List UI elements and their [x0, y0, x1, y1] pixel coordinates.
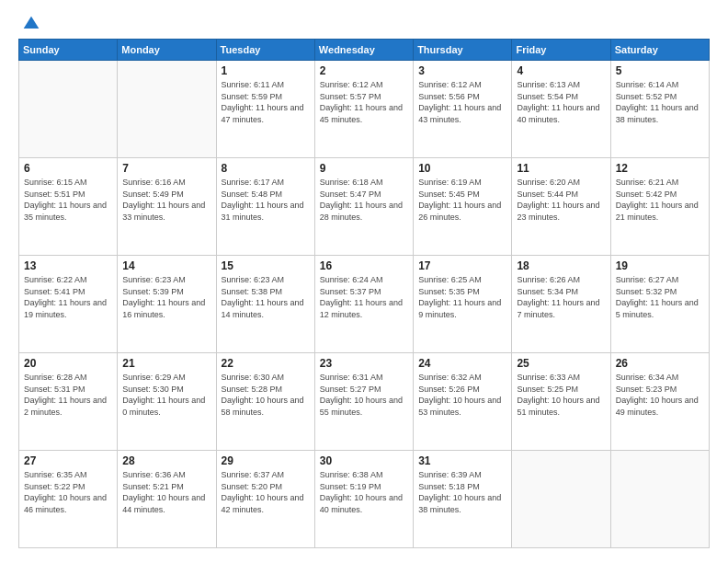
day-number: 31 [418, 454, 506, 467]
day-number: 26 [616, 357, 704, 370]
svg-marker-0 [24, 17, 40, 29]
day-number: 17 [418, 259, 506, 272]
day-number: 30 [320, 454, 408, 467]
day-cell: 22Sunrise: 6:30 AMSunset: 5:28 PMDayligh… [216, 353, 314, 451]
day-number: 19 [616, 259, 704, 272]
cell-info: Sunrise: 6:37 AMSunset: 5:20 PMDaylight:… [222, 469, 310, 515]
cell-info: Sunrise: 6:28 AMSunset: 5:31 PMDaylight:… [24, 372, 112, 418]
day-number: 4 [517, 64, 605, 77]
day-number: 1 [222, 64, 310, 77]
cell-info: Sunrise: 6:29 AMSunset: 5:30 PMDaylight:… [122, 372, 210, 418]
day-cell: 30Sunrise: 6:38 AMSunset: 5:19 PMDayligh… [314, 451, 413, 548]
weekday-header-monday: Monday [118, 40, 216, 61]
day-number: 29 [222, 454, 310, 467]
day-cell: 14Sunrise: 6:23 AMSunset: 5:39 PMDayligh… [118, 256, 216, 353]
day-cell: 3Sunrise: 6:12 AMSunset: 5:56 PMDaylight… [414, 61, 512, 158]
weekday-header-tuesday: Tuesday [216, 40, 314, 61]
page: SundayMondayTuesdayWednesdayThursdayFrid… [0, 0, 728, 563]
day-number: 8 [222, 162, 310, 175]
day-number: 13 [24, 259, 112, 272]
day-cell: 13Sunrise: 6:22 AMSunset: 5:41 PMDayligh… [19, 256, 118, 353]
day-number: 6 [24, 162, 112, 175]
day-cell: 17Sunrise: 6:25 AMSunset: 5:35 PMDayligh… [414, 256, 512, 353]
day-cell [512, 451, 610, 548]
weekday-header-saturday: Saturday [610, 40, 709, 61]
logo-icon [22, 15, 40, 33]
day-number: 14 [122, 259, 210, 272]
day-cell: 26Sunrise: 6:34 AMSunset: 5:23 PMDayligh… [610, 353, 709, 451]
day-cell: 15Sunrise: 6:23 AMSunset: 5:38 PMDayligh… [216, 256, 314, 353]
day-cell: 20Sunrise: 6:28 AMSunset: 5:31 PMDayligh… [19, 353, 118, 451]
day-cell: 28Sunrise: 6:36 AMSunset: 5:21 PMDayligh… [118, 451, 216, 548]
day-number: 10 [418, 162, 506, 175]
day-cell: 10Sunrise: 6:19 AMSunset: 5:45 PMDayligh… [414, 158, 512, 256]
day-cell: 2Sunrise: 6:12 AMSunset: 5:57 PMDaylight… [314, 61, 413, 158]
cell-info: Sunrise: 6:31 AMSunset: 5:27 PMDaylight:… [320, 372, 408, 418]
weekday-header-wednesday: Wednesday [314, 40, 413, 61]
cell-info: Sunrise: 6:33 AMSunset: 5:25 PMDaylight:… [517, 372, 605, 418]
day-number: 27 [24, 454, 112, 467]
weekday-header-row: SundayMondayTuesdayWednesdayThursdayFrid… [19, 40, 710, 61]
day-number: 23 [320, 357, 408, 370]
day-cell: 5Sunrise: 6:14 AMSunset: 5:52 PMDaylight… [610, 61, 709, 158]
day-number: 7 [122, 162, 210, 175]
day-cell: 21Sunrise: 6:29 AMSunset: 5:30 PMDayligh… [118, 353, 216, 451]
day-cell: 7Sunrise: 6:16 AMSunset: 5:49 PMDaylight… [118, 158, 216, 256]
day-cell [19, 61, 118, 158]
cell-info: Sunrise: 6:12 AMSunset: 5:57 PMDaylight:… [320, 79, 408, 125]
day-number: 24 [418, 357, 506, 370]
day-cell: 31Sunrise: 6:39 AMSunset: 5:18 PMDayligh… [414, 451, 512, 548]
weekday-header-sunday: Sunday [19, 40, 118, 61]
day-cell: 25Sunrise: 6:33 AMSunset: 5:25 PMDayligh… [512, 353, 610, 451]
day-number: 25 [517, 357, 605, 370]
cell-info: Sunrise: 6:24 AMSunset: 5:37 PMDaylight:… [320, 274, 408, 320]
day-cell: 6Sunrise: 6:15 AMSunset: 5:51 PMDaylight… [19, 158, 118, 256]
day-cell: 16Sunrise: 6:24 AMSunset: 5:37 PMDayligh… [314, 256, 413, 353]
cell-info: Sunrise: 6:30 AMSunset: 5:28 PMDaylight:… [222, 372, 310, 418]
day-number: 15 [222, 259, 310, 272]
day-cell: 19Sunrise: 6:27 AMSunset: 5:32 PMDayligh… [610, 256, 709, 353]
day-cell: 27Sunrise: 6:35 AMSunset: 5:22 PMDayligh… [19, 451, 118, 548]
logo [18, 15, 40, 29]
cell-info: Sunrise: 6:21 AMSunset: 5:42 PMDaylight:… [616, 177, 704, 223]
day-number: 2 [320, 64, 408, 77]
day-cell: 23Sunrise: 6:31 AMSunset: 5:27 PMDayligh… [314, 353, 413, 451]
day-cell: 1Sunrise: 6:11 AMSunset: 5:59 PMDaylight… [216, 61, 314, 158]
day-cell [610, 451, 709, 548]
cell-info: Sunrise: 6:36 AMSunset: 5:21 PMDaylight:… [122, 469, 210, 515]
day-number: 22 [222, 357, 310, 370]
week-row-3: 13Sunrise: 6:22 AMSunset: 5:41 PMDayligh… [19, 256, 710, 353]
day-number: 16 [320, 259, 408, 272]
week-row-5: 27Sunrise: 6:35 AMSunset: 5:22 PMDayligh… [19, 451, 710, 548]
cell-info: Sunrise: 6:15 AMSunset: 5:51 PMDaylight:… [24, 177, 112, 223]
cell-info: Sunrise: 6:17 AMSunset: 5:48 PMDaylight:… [222, 177, 310, 223]
cell-info: Sunrise: 6:12 AMSunset: 5:56 PMDaylight:… [418, 79, 506, 125]
day-number: 28 [122, 454, 210, 467]
header [18, 15, 710, 29]
day-cell: 8Sunrise: 6:17 AMSunset: 5:48 PMDaylight… [216, 158, 314, 256]
day-number: 12 [616, 162, 704, 175]
cell-info: Sunrise: 6:19 AMSunset: 5:45 PMDaylight:… [418, 177, 506, 223]
cell-info: Sunrise: 6:23 AMSunset: 5:39 PMDaylight:… [122, 274, 210, 320]
day-number: 11 [517, 162, 605, 175]
cell-info: Sunrise: 6:18 AMSunset: 5:47 PMDaylight:… [320, 177, 408, 223]
day-number: 21 [122, 357, 210, 370]
weekday-header-thursday: Thursday [414, 40, 512, 61]
cell-info: Sunrise: 6:34 AMSunset: 5:23 PMDaylight:… [616, 372, 704, 418]
cell-info: Sunrise: 6:27 AMSunset: 5:32 PMDaylight:… [616, 274, 704, 320]
day-cell: 12Sunrise: 6:21 AMSunset: 5:42 PMDayligh… [610, 158, 709, 256]
calendar-table: SundayMondayTuesdayWednesdayThursdayFrid… [18, 39, 710, 548]
cell-info: Sunrise: 6:16 AMSunset: 5:49 PMDaylight:… [122, 177, 210, 223]
cell-info: Sunrise: 6:13 AMSunset: 5:54 PMDaylight:… [517, 79, 605, 125]
day-cell: 11Sunrise: 6:20 AMSunset: 5:44 PMDayligh… [512, 158, 610, 256]
cell-info: Sunrise: 6:22 AMSunset: 5:41 PMDaylight:… [24, 274, 112, 320]
week-row-4: 20Sunrise: 6:28 AMSunset: 5:31 PMDayligh… [19, 353, 710, 451]
week-row-2: 6Sunrise: 6:15 AMSunset: 5:51 PMDaylight… [19, 158, 710, 256]
day-cell: 4Sunrise: 6:13 AMSunset: 5:54 PMDaylight… [512, 61, 610, 158]
cell-info: Sunrise: 6:14 AMSunset: 5:52 PMDaylight:… [616, 79, 704, 125]
week-row-1: 1Sunrise: 6:11 AMSunset: 5:59 PMDaylight… [19, 61, 710, 158]
day-number: 20 [24, 357, 112, 370]
day-number: 18 [517, 259, 605, 272]
day-cell: 24Sunrise: 6:32 AMSunset: 5:26 PMDayligh… [414, 353, 512, 451]
day-cell: 18Sunrise: 6:26 AMSunset: 5:34 PMDayligh… [512, 256, 610, 353]
